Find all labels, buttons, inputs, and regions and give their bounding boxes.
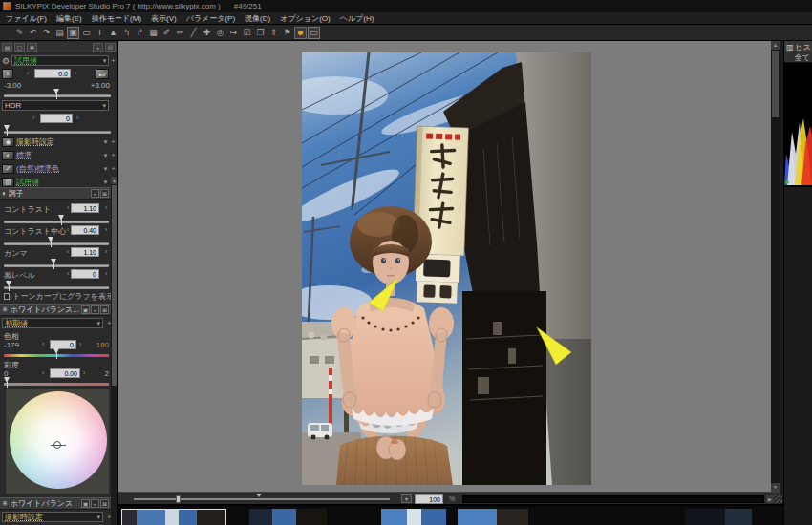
crop-icon[interactable]: ▭: [80, 27, 93, 39]
hdr-decrement[interactable]: ‹: [32, 114, 34, 123]
subcontrol-label[interactable]: 標準: [16, 150, 102, 160]
retouch-pen-icon[interactable]: ✐: [160, 27, 173, 39]
thumbnail[interactable]: [458, 509, 528, 525]
black-level-slider[interactable]: [4, 286, 109, 289]
hdr-slider[interactable]: [4, 131, 111, 134]
decrement[interactable]: ‹: [67, 247, 69, 257]
brush-icon[interactable]: ✎: [13, 27, 26, 39]
exposure-increment[interactable]: ›: [75, 69, 76, 78]
graph-icon[interactable]: ▣: [81, 499, 90, 508]
auto-exposure-icon[interactable]: Ev: [96, 69, 109, 79]
menu-options[interactable]: オプション(O): [280, 13, 331, 24]
copy-params-icon[interactable]: ❐: [254, 27, 267, 39]
decrement[interactable]: ‹: [42, 368, 44, 378]
exposure-add-icon[interactable]: +: [111, 56, 116, 65]
preview-horizontal-scrollbar[interactable]: [462, 495, 764, 503]
line-tool-icon[interactable]: ╱: [187, 27, 200, 39]
close-icon[interactable]: ⊠: [100, 305, 109, 314]
chevron-down-icon[interactable]: ▾: [104, 138, 108, 146]
exposure-decrement[interactable]: ‹: [27, 69, 29, 78]
exposure-value[interactable]: 0.0: [34, 69, 71, 78]
scroll-down-icon[interactable]: ▼: [771, 483, 780, 492]
thumbnail[interactable]: [249, 509, 327, 525]
panel-comment-icon[interactable]: ▢: [14, 43, 25, 52]
add-icon[interactable]: +: [111, 151, 116, 159]
tone-curve-checkbox-row[interactable]: トーンカーブにグラフを表示する: [4, 291, 111, 302]
chevron-down-icon[interactable]: ▾: [104, 165, 108, 173]
gamma-value[interactable]: 1.10: [71, 247, 99, 257]
panel-settings-icon[interactable]: ✱: [27, 43, 37, 52]
correction-pen-icon[interactable]: ✏: [174, 27, 186, 39]
gear-icon[interactable]: ⚙: [2, 56, 10, 66]
decrement[interactable]: ‹: [67, 225, 69, 235]
graph-icon[interactable]: ▣: [81, 305, 90, 314]
menu-help[interactable]: ヘルプ(H): [340, 13, 374, 24]
rotate-right-icon[interactable]: ↱: [134, 27, 146, 39]
zoom-slider[interactable]: [134, 498, 390, 500]
thumbnail-strip[interactable]: [118, 504, 812, 525]
increment[interactable]: ›: [105, 203, 107, 213]
dock-icon[interactable]: «: [91, 305, 99, 314]
face-highlight-icon[interactable]: ☻: [294, 27, 307, 39]
undo-icon[interactable]: ↶: [27, 27, 39, 39]
exposure-tool-icon[interactable]: ±: [2, 69, 13, 79]
exposure-preset-combo[interactable]: 試用値 ▾: [11, 55, 109, 66]
preview-area[interactable]: [118, 41, 771, 492]
chevron-down-icon[interactable]: ▾: [104, 152, 108, 159]
paste-params-icon[interactable]: ⇑: [267, 27, 280, 39]
exposure-slider[interactable]: [4, 94, 111, 97]
hdr-combo[interactable]: HDR ▾: [2, 100, 109, 111]
add-icon[interactable]: +: [111, 164, 116, 173]
saturation-value[interactable]: 0.00: [50, 368, 80, 378]
wb-fine-preset-combo[interactable]: 初期値 ▾: [2, 318, 103, 328]
wheel-marker[interactable]: [53, 441, 61, 449]
increment[interactable]: ›: [79, 340, 81, 349]
checkbox-icon[interactable]: [4, 293, 10, 300]
panel-scrollbar[interactable]: ▲: [111, 177, 118, 525]
menu-file[interactable]: ファイル(F): [6, 13, 47, 24]
increment[interactable]: ›: [105, 269, 107, 279]
contrast-center-slider[interactable]: [4, 242, 109, 245]
wb-color-wheel[interactable]: [10, 391, 107, 489]
decrement[interactable]: ‹: [67, 269, 69, 279]
panel-scrollbar-thumb[interactable]: [112, 185, 117, 386]
menu-operation-mode[interactable]: 操作モード(M): [92, 13, 141, 24]
rotate-left-icon[interactable]: ↰: [120, 27, 133, 39]
add-icon[interactable]: +: [111, 137, 116, 146]
zoom-combo[interactable]: ▾: [401, 494, 412, 503]
saturation-slider[interactable]: [4, 383, 109, 386]
photo[interactable]: [302, 52, 591, 485]
preview-mode-icon[interactable]: ▣: [67, 27, 79, 39]
panel-display-icon[interactable]: ▤: [2, 43, 12, 52]
zoom-slider-thumb[interactable]: [176, 495, 181, 503]
thumbnail[interactable]: [685, 509, 752, 525]
export-icon[interactable]: ↪: [227, 27, 240, 39]
thumbnail[interactable]: [381, 509, 446, 525]
hue-slider[interactable]: [4, 354, 109, 357]
dock-icon[interactable]: «: [91, 189, 99, 198]
increment[interactable]: ›: [105, 247, 107, 257]
contrast-value[interactable]: 1.10: [71, 203, 99, 213]
contrast-center-value[interactable]: 0.40: [71, 225, 99, 235]
subcontrol-label[interactable]: 撮影時設定: [16, 136, 102, 147]
hdr-value[interactable]: 0: [40, 114, 73, 123]
grid-icon[interactable]: ▦: [147, 27, 160, 39]
redo-icon[interactable]: ↷: [40, 27, 53, 39]
decrement[interactable]: ‹: [67, 203, 69, 213]
decrement[interactable]: ‹: [42, 340, 44, 349]
scrollbar-thumb[interactable]: [772, 51, 779, 117]
subcontrol-label[interactable]: 試用値: [16, 177, 102, 187]
scroll-up-icon[interactable]: ▲: [771, 41, 780, 50]
monitor-icon[interactable]: ▭: [308, 27, 320, 39]
close-icon[interactable]: ⊠: [100, 189, 109, 198]
thumbnail-selected[interactable]: [121, 509, 226, 525]
menu-view[interactable]: 表示(V): [151, 13, 177, 24]
flag-icon[interactable]: ⚑: [281, 27, 293, 39]
add-point-icon[interactable]: ✚: [201, 27, 213, 39]
check-icon[interactable]: ☑: [241, 27, 253, 39]
scroll-right-icon[interactable]: ▶: [766, 495, 774, 503]
wb-preset-combo[interactable]: 撮影時設定 ▾: [2, 512, 103, 522]
dock-icon[interactable]: «: [91, 499, 99, 508]
menu-develop[interactable]: 現像(D): [245, 13, 270, 24]
target-icon[interactable]: ◎: [214, 27, 226, 39]
